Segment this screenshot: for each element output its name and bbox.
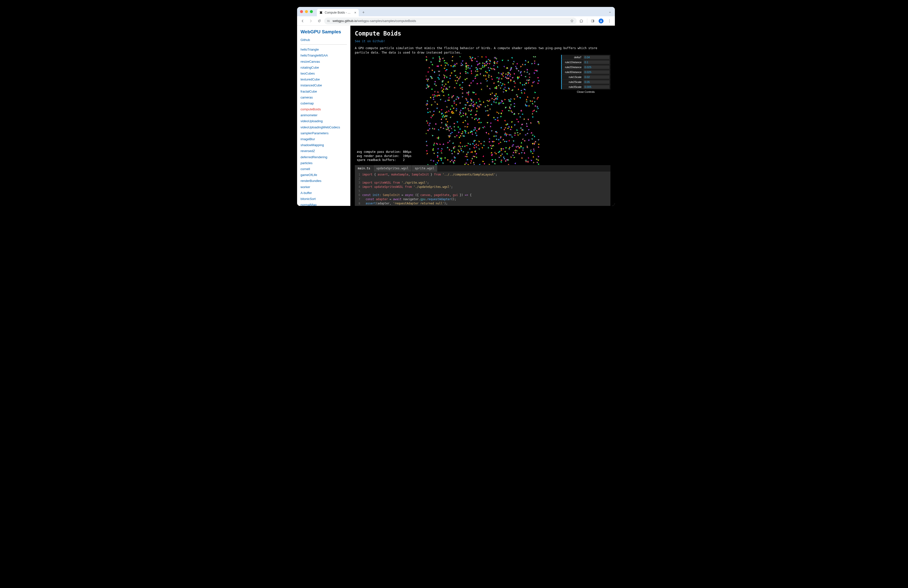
svg-marker-874 bbox=[472, 143, 474, 145]
svg-marker-459 bbox=[523, 92, 525, 94]
sidebar-item-animometer[interactable]: animometer bbox=[301, 112, 347, 118]
new-tab-button[interactable] bbox=[360, 9, 367, 16]
code-line: 4import updateSpritesWGSL from './update… bbox=[355, 185, 610, 189]
gui-value-input[interactable]: 0.04 bbox=[584, 56, 609, 59]
svg-rect-5 bbox=[593, 20, 594, 22]
gui-row-rule1Distance[interactable]: rule1Distance0.1 bbox=[561, 60, 610, 64]
sidebar-item-rotatingCube[interactable]: rotatingCube bbox=[301, 64, 347, 71]
svg-marker-683 bbox=[458, 136, 460, 138]
profile-avatar[interactable] bbox=[597, 18, 605, 24]
gui-value-input[interactable]: 0.025 bbox=[584, 65, 609, 69]
svg-marker-545 bbox=[531, 134, 534, 136]
sidebar-item-renderBundles[interactable]: renderBundles bbox=[301, 178, 347, 184]
browser-tab[interactable]: Compute Boids - WebGPU S… × bbox=[317, 9, 359, 16]
gui-row-rule1Scale[interactable]: rule1Scale0.02 bbox=[561, 74, 610, 79]
sidebar-item-texturedCube[interactable]: texturedCube bbox=[301, 77, 347, 82]
svg-marker-273 bbox=[534, 91, 536, 93]
svg-marker-756 bbox=[477, 56, 479, 58]
svg-marker-890 bbox=[455, 103, 457, 106]
svg-marker-326 bbox=[442, 84, 444, 86]
site-settings-icon[interactable] bbox=[327, 19, 331, 23]
window-close-button[interactable] bbox=[300, 10, 303, 13]
side-panel-icon[interactable] bbox=[589, 18, 596, 24]
window-minimize-button[interactable] bbox=[305, 10, 308, 13]
sidebar-item-samplerParameters[interactable]: samplerParameters bbox=[301, 130, 347, 136]
svg-marker-244 bbox=[470, 82, 473, 84]
svg-marker-442 bbox=[467, 142, 469, 144]
page-viewport: WebGPU Samples Github helloTrianglehello… bbox=[297, 26, 615, 206]
sidebar-item-helloTriangle[interactable]: helloTriangle bbox=[301, 47, 347, 53]
gui-value-input[interactable]: 0.025 bbox=[584, 70, 609, 74]
svg-marker-847 bbox=[511, 126, 512, 127]
extensions-icon[interactable] bbox=[578, 18, 585, 24]
sidebar-item-helloTriangleMSAA[interactable]: helloTriangleMSAA bbox=[301, 53, 347, 58]
sidebar-item-normalMap[interactable]: normalMap bbox=[301, 202, 347, 206]
sidebar-item-cubemap[interactable]: cubemap bbox=[301, 100, 347, 106]
sidebar-item-twoCubes[interactable]: twoCubes bbox=[301, 71, 347, 77]
gui-value-input[interactable]: 0.005 bbox=[584, 85, 609, 89]
back-button[interactable] bbox=[299, 18, 306, 24]
sidebar-item-computeBoids[interactable]: computeBoids bbox=[301, 106, 347, 112]
svg-marker-208 bbox=[475, 67, 477, 69]
sidebar-item-cameras[interactable]: cameras bbox=[301, 95, 347, 100]
svg-marker-568 bbox=[486, 110, 488, 111]
svg-marker-510 bbox=[526, 126, 528, 127]
code-tab-sprite-wgsl[interactable]: sprite.wgsl bbox=[412, 165, 438, 172]
gui-row-deltaT[interactable]: deltaT0.04 bbox=[561, 55, 610, 60]
sidebar-item-imageBlur[interactable]: imageBlur bbox=[301, 136, 347, 142]
svg-marker-230 bbox=[467, 163, 469, 165]
sidebar-item-A-buffer[interactable]: A-buffer bbox=[301, 190, 347, 196]
tab-close-icon[interactable]: × bbox=[354, 11, 356, 14]
sidebar-item-instancedCube[interactable]: instancedCube bbox=[301, 82, 347, 89]
svg-marker-725 bbox=[476, 70, 478, 72]
code-tab-main-ts[interactable]: main.ts bbox=[355, 165, 374, 172]
sidebar-item-shadowMapping[interactable]: shadowMapping bbox=[301, 142, 347, 148]
sidebar-item-videoUploading[interactable]: videoUploading bbox=[301, 118, 347, 124]
gui-value-input[interactable]: 0.05 bbox=[584, 80, 609, 84]
svg-marker-303 bbox=[478, 121, 480, 123]
menu-icon[interactable] bbox=[606, 18, 613, 24]
svg-marker-824 bbox=[485, 56, 487, 58]
svg-marker-28 bbox=[470, 114, 472, 116]
code-body[interactable]: 1import { assert, makeSample, SampleInit… bbox=[355, 172, 610, 206]
sidebar-item-videoUploadingWebCodecs[interactable]: videoUploadingWebCodecs bbox=[301, 124, 347, 130]
sidebar-item-resizeCanvas[interactable]: resizeCanvas bbox=[301, 59, 347, 64]
sidebar-item-gameOfLife[interactable]: gameOfLife bbox=[301, 172, 347, 178]
svg-marker-81 bbox=[509, 75, 512, 77]
reload-button[interactable] bbox=[316, 18, 323, 24]
gui-label: rule3Scale bbox=[562, 85, 583, 89]
gui-row-rule2Scale[interactable]: rule2Scale0.05 bbox=[561, 79, 610, 84]
gui-row-rule2Distance[interactable]: rule2Distance0.025 bbox=[561, 64, 610, 69]
svg-marker-137 bbox=[473, 101, 474, 102]
svg-marker-600 bbox=[538, 139, 539, 141]
sidebar-item-worker[interactable]: worker bbox=[301, 184, 347, 190]
gui-value-input[interactable]: 0.02 bbox=[584, 75, 609, 79]
svg-marker-272 bbox=[447, 121, 449, 123]
sidebar-item-bitonicSort[interactable]: bitonicSort bbox=[301, 196, 347, 202]
svg-marker-328 bbox=[466, 116, 468, 118]
sidebar-item-cornell[interactable]: cornell bbox=[301, 166, 347, 172]
code-tab-updateSprites-wgsl[interactable]: updateSprites.wgsl bbox=[374, 165, 412, 172]
gui-value-input[interactable]: 0.1 bbox=[584, 60, 609, 64]
svg-marker-384 bbox=[444, 157, 446, 159]
svg-marker-373 bbox=[465, 92, 468, 94]
window-maximize-button[interactable] bbox=[310, 10, 313, 13]
see-on-github-link[interactable]: See it on Github! bbox=[355, 40, 610, 43]
sidebar-item-particles[interactable]: particles bbox=[301, 160, 347, 166]
sidebar-item-deferredRendering[interactable]: deferredRendering bbox=[301, 154, 347, 160]
svg-marker-744 bbox=[537, 82, 539, 84]
tab-list-dropdown-icon[interactable] bbox=[607, 10, 613, 15]
sidebar-item-reversedZ[interactable]: reversedZ bbox=[301, 148, 347, 154]
gui-row-rule3Distance[interactable]: rule3Distance0.025 bbox=[561, 69, 610, 74]
svg-marker-598 bbox=[468, 105, 470, 106]
forward-button[interactable] bbox=[307, 18, 314, 24]
svg-marker-652 bbox=[495, 152, 497, 155]
sidebar-item-fractalCube[interactable]: fractalCube bbox=[301, 89, 347, 95]
sidebar-github-link[interactable]: Github bbox=[301, 37, 347, 43]
dat-gui-close-button[interactable]: Close Controls bbox=[561, 89, 610, 94]
address-bar[interactable]: webgpu.github.io/webgpu-samples/samples/… bbox=[324, 18, 576, 24]
tab-title: Compute Boids - WebGPU S… bbox=[325, 11, 353, 14]
svg-marker-369 bbox=[441, 116, 443, 118]
bookmark-star-icon[interactable] bbox=[570, 19, 574, 23]
gui-row-rule3Scale[interactable]: rule3Scale0.005 bbox=[561, 84, 610, 89]
